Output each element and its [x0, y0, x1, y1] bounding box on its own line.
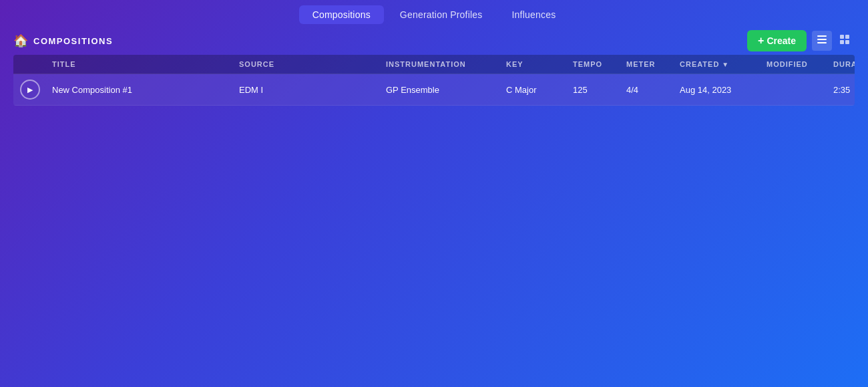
list-view-icon — [816, 33, 828, 45]
cell-instrumentation: GP Ensemble — [381, 80, 501, 100]
tab-compositions[interactable]: Compositions — [299, 5, 384, 24]
svg-rect-3 — [840, 35, 844, 39]
home-icon[interactable]: 🏠 — [13, 33, 28, 48]
col-source: SOURCE — [234, 60, 381, 68]
create-label: Create — [767, 35, 796, 46]
top-navigation: Compositions Generation Profiles Influen… — [0, 0, 868, 29]
play-icon: ▶ — [27, 86, 33, 94]
grid-view-button[interactable] — [835, 31, 855, 51]
col-modified: MODIFIED — [761, 60, 828, 68]
col-instrumentation: INSTRUMENTATION — [381, 60, 501, 68]
cell-duration: 2:35 — [828, 80, 855, 100]
header-actions: + Create — [747, 30, 855, 51]
col-duration: DURATION — [828, 60, 855, 68]
svg-rect-4 — [845, 35, 849, 39]
cell-meter: 4/4 — [621, 80, 674, 100]
col-play — [13, 60, 47, 68]
plus-icon: + — [758, 35, 764, 47]
svg-rect-5 — [840, 40, 844, 44]
play-button[interactable]: ▶ — [20, 80, 40, 100]
tab-generation-profiles[interactable]: Generation Profiles — [387, 5, 496, 24]
svg-rect-2 — [817, 42, 827, 43]
cell-key: C Major — [501, 80, 568, 100]
col-tempo: TEMPO — [568, 60, 621, 68]
cell-source: EDM I — [234, 80, 381, 100]
svg-rect-1 — [817, 39, 827, 40]
col-title: TITLE — [47, 60, 234, 68]
table-header: TITLE SOURCE INSTRUMENTATION KEY TEMPO M… — [13, 55, 855, 74]
svg-rect-0 — [817, 35, 827, 37]
sort-arrow-icon: ▼ — [722, 61, 729, 68]
compositions-table: TITLE SOURCE INSTRUMENTATION KEY TEMPO M… — [13, 55, 855, 106]
cell-title: New Composition #1 — [47, 80, 234, 100]
list-view-button[interactable] — [812, 31, 832, 51]
svg-rect-6 — [845, 40, 849, 44]
view-toggle — [812, 31, 855, 51]
tab-influences[interactable]: Influences — [499, 5, 570, 24]
col-key: KEY — [501, 60, 568, 68]
create-button[interactable]: + Create — [747, 30, 807, 51]
table-row: ▶ New Composition #1 EDM I GP Ensemble C… — [13, 74, 855, 106]
col-created[interactable]: CREATED ▼ — [674, 60, 761, 68]
cell-modified — [761, 84, 828, 95]
grid-view-icon — [839, 33, 851, 45]
cell-tempo: 125 — [568, 80, 621, 100]
home-section: 🏠 COMPOSITIONS — [13, 33, 113, 48]
cell-play: ▶ — [13, 74, 47, 105]
header-row: 🏠 COMPOSITIONS + Create — [0, 29, 868, 52]
col-meter: METER — [621, 60, 674, 68]
page-title: COMPOSITIONS — [33, 36, 113, 46]
cell-created: Aug 14, 2023 — [674, 80, 761, 100]
